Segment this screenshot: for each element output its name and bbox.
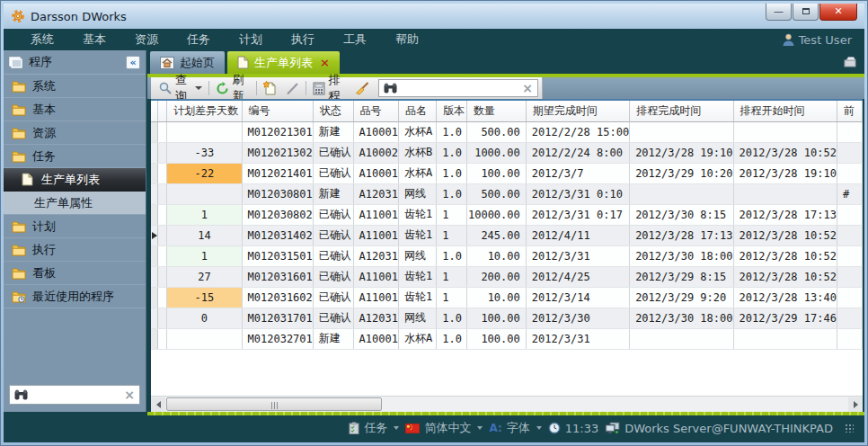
folder-icon	[11, 103, 26, 116]
grid-table: 计划差异天数编号状态品号品名版本数量期望完成时间排程完成时间排程开始时间前 M0…	[151, 101, 863, 350]
pencil-icon	[286, 82, 299, 95]
column-header[interactable]: 计划差异天数	[167, 101, 242, 121]
cell-item_no: A11001	[353, 225, 398, 245]
menu-item[interactable]: 计划	[225, 29, 277, 50]
title-bar[interactable]: Darsson DWorks — ✕	[4, 4, 864, 29]
sidebar-item[interactable]: 最近使用的程序	[4, 285, 146, 308]
cell-status: 已确认	[313, 225, 353, 245]
magnifier-icon	[159, 82, 172, 94]
table-row[interactable]: M012030801新建A12031网线1.0500.002012/3/31 0…	[151, 183, 863, 204]
table-row[interactable]: M012021301新建A10001水杯A1.0500.002012/2/28 …	[151, 121, 863, 142]
sidebar-item[interactable]: 计划	[4, 215, 146, 238]
clipboard-icon	[349, 422, 359, 434]
menu-item[interactable]: 任务	[173, 29, 225, 50]
sidebar-item-label: 生产单列表	[41, 172, 100, 188]
gap-cell	[158, 204, 167, 225]
cell-item_name: 网线	[399, 245, 437, 266]
sidebar-item[interactable]: 生产单属性	[4, 192, 146, 215]
sidebar-item[interactable]: 生产单列表	[4, 168, 146, 192]
refresh-button[interactable]: 刷新	[211, 78, 254, 98]
cell-code: M012030802	[242, 204, 313, 225]
user-area[interactable]: Test User	[783, 29, 852, 50]
table-row[interactable]: -22M012021401已确认A10001水杯A1.0100.002012/3…	[151, 163, 863, 183]
sidebar-search-clear-icon[interactable]: ×	[124, 388, 135, 401]
sidebar-item[interactable]: 看板	[4, 262, 146, 285]
language-selector[interactable]: 简体中文	[405, 420, 483, 436]
scroll-left-button[interactable]	[151, 397, 165, 412]
font-selector[interactable]: A: 字体	[489, 420, 541, 436]
menu-item[interactable]: 帮助	[381, 29, 433, 50]
toolbar-separator	[208, 81, 209, 95]
cell-sched_done	[630, 121, 733, 142]
table-row[interactable]: 1M012031501已确认A12031网线1.010.002012/3/312…	[151, 245, 863, 266]
menu-item[interactable]: 系统	[16, 29, 68, 50]
table-row[interactable]: M012032701新建A10001水杯A1.0100.002012/3/31	[151, 328, 863, 349]
grid-header-row: 计划差异天数编号状态品号品名版本数量期望完成时间排程完成时间排程开始时间前	[151, 101, 863, 121]
tab-active[interactable]: 生产单列表×	[227, 51, 340, 74]
toolbar-search-input[interactable]	[402, 82, 518, 94]
server-status[interactable]: DWorks Server@FUNWAY-THINKPAD	[605, 422, 833, 435]
table-row[interactable]: 1M012030802已确认A11001齿轮1110000.002012/3/3…	[151, 204, 863, 225]
row-indicator-cell	[151, 308, 158, 328]
column-header[interactable]: 品名	[399, 101, 437, 121]
horizontal-scrollbar[interactable]	[151, 396, 863, 412]
column-header[interactable]: 排程完成时间	[630, 101, 733, 121]
sidebar-item[interactable]: 系统	[4, 75, 146, 98]
cell-due: 2012/3/30	[526, 308, 629, 328]
toolbar-search-clear-icon[interactable]: ×	[522, 82, 533, 94]
row-indicator-header	[151, 101, 158, 121]
sidebar-collapse-button[interactable]: «	[126, 56, 140, 69]
cell-version: 1.0	[437, 308, 467, 328]
menu-item[interactable]: 工具	[329, 29, 381, 50]
column-header[interactable]: 排程开始时间	[733, 101, 837, 121]
cell-status: 已确认	[313, 163, 353, 183]
menu-item[interactable]: 资源	[120, 29, 173, 50]
column-header[interactable]: 期望完成时间	[526, 101, 629, 121]
cell-qty: 500.00	[466, 183, 526, 204]
tab-label: 生产单列表	[254, 55, 313, 71]
cell-qty: 10000.00	[466, 204, 526, 225]
cell-sched_done	[630, 328, 733, 349]
table-row[interactable]: 14M012031402已确认A11001齿轮11245.002012/4/11…	[151, 225, 863, 245]
cell-version: 1.0	[437, 328, 467, 349]
schedule-button[interactable]: 排程	[308, 78, 350, 98]
cell-sched_done: 2012/3/30 18:00	[630, 308, 733, 328]
close-button[interactable]: ✕	[819, 4, 857, 21]
float-window-icon[interactable]	[843, 56, 857, 67]
query-button[interactable]: 查询	[155, 78, 207, 98]
column-header[interactable]: 状态	[313, 101, 353, 121]
column-header[interactable]: 前	[837, 101, 862, 121]
column-header[interactable]: 数量	[466, 101, 526, 121]
tab[interactable]: 起始页	[150, 51, 225, 74]
column-header[interactable]: 版本	[437, 101, 467, 121]
cell-status: 已确认	[313, 308, 353, 328]
clean-button[interactable]	[350, 78, 374, 98]
minimize-button[interactable]: —	[766, 4, 792, 21]
column-header[interactable]: 品号	[353, 101, 398, 121]
sidebar-item[interactable]: 基本	[4, 98, 146, 121]
sidebar-search-input[interactable]	[33, 388, 119, 401]
task-status-button[interactable]: 任务	[349, 420, 399, 436]
menu-item[interactable]: 基本	[68, 29, 120, 50]
new-button[interactable]	[259, 78, 281, 98]
table-row[interactable]: -15M012031602已确认A11001齿轮1110.002012/3/14…	[151, 287, 863, 308]
scroll-right-button[interactable]	[848, 397, 863, 412]
column-header[interactable]: 编号	[242, 101, 313, 121]
table-row[interactable]: 0M012031701已确认A12031网线1.0100.002012/3/30…	[151, 308, 863, 328]
sidebar-item[interactable]: 执行	[4, 238, 146, 262]
table-row[interactable]: 27M012031601已确认A11001齿轮11200.002012/4/25…	[151, 266, 863, 287]
user-icon	[783, 33, 794, 46]
sidebar-item[interactable]: 资源	[4, 121, 146, 145]
cell-extra	[837, 266, 862, 287]
table-row[interactable]: -33M012021302已确认A10002水杯B1.01000.002012/…	[151, 142, 863, 163]
edit-button[interactable]	[281, 78, 304, 98]
cell-due: 2012/4/25	[526, 266, 629, 287]
cell-sched_start: 2012/3/28 10:52	[733, 225, 837, 245]
folder-icon	[11, 267, 26, 280]
restore-button[interactable]	[793, 4, 819, 21]
tab-close-icon[interactable]: ×	[320, 56, 330, 69]
scrollbar-thumb[interactable]	[166, 397, 382, 411]
menu-item[interactable]: 执行	[277, 29, 329, 50]
resize-grip[interactable]	[845, 424, 854, 433]
sidebar-item[interactable]: 任务	[4, 145, 146, 168]
